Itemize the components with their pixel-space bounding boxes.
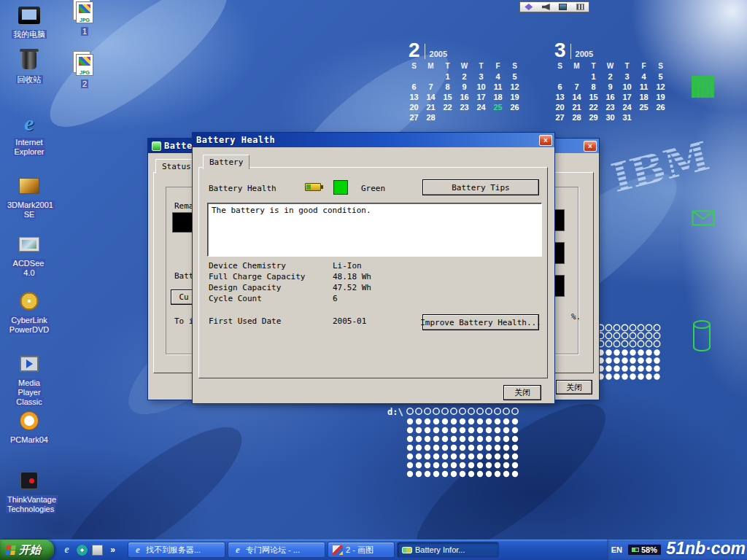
improve-battery-health-button[interactable]: Improve Battery Health... [422, 314, 539, 330]
internet-explorer-icon: e [6, 111, 53, 136]
taskbar: 开始 e» e找不到服务器...e专门网论坛 - ...2 - 画图Batter… [0, 540, 747, 560]
keyboard-icon[interactable] [576, 4, 584, 10]
battery-percent: 58% [641, 545, 657, 554]
desktop-icon-jpg-2[interactable]: JPG2 [61, 52, 108, 89]
pcmark04-icon [6, 408, 53, 433]
quick-launch: e» [54, 545, 125, 556]
task-buttons: e找不到服务器...e专门网论坛 - ...2 - 画图Battery Info… [125, 542, 607, 558]
start-button[interactable]: 开始 [0, 540, 54, 560]
ie-icon[interactable]: e [61, 545, 72, 556]
tab-status[interactable]: Status [155, 159, 198, 174]
desktop-icon-my-computer[interactable]: 我的电脑 [6, 3, 53, 39]
language-indicator[interactable]: EN [611, 545, 622, 554]
ie-icon: e [133, 545, 143, 555]
to-label: To i [174, 316, 194, 326]
display-icon[interactable] [559, 4, 567, 10]
desktop: 22005SMTWTFS1234567891011121314151617181… [0, 0, 747, 560]
battery-icon [305, 183, 321, 191]
battery-health-tab-page: Battery Health Green Battery Tips The ba… [198, 167, 548, 378]
battery-info-window-icon [152, 141, 161, 151]
desktop-icon-3dmark2001-se[interactable]: 3DMark2001 SE [6, 174, 53, 219]
desktop-icon-label: 我的电脑 [6, 30, 53, 39]
field-label: First Used Date [209, 316, 333, 326]
task-button-2[interactable]: e专门网论坛 - ... [228, 542, 325, 558]
battery-health-label: Battery Health [209, 184, 276, 193]
field-value: 48.18 Wh [333, 272, 371, 281]
desktop-icon-label: Internet Explorer [6, 138, 53, 157]
battery-field-row: Design Capacity47.52 Wh [209, 283, 371, 294]
first-used-row: First Used Date2005-01 [209, 316, 366, 327]
input-language-icon[interactable] [525, 4, 533, 10]
task-button-3[interactable]: 2 - 画图 [328, 542, 395, 558]
close-icon[interactable]: × [584, 141, 597, 152]
close-button[interactable]: 关闭 [503, 385, 541, 400]
condition-text: The battery is in good condition. [212, 206, 371, 215]
battery-field-row: Full Charge Capacity48.18 Wh [209, 272, 371, 283]
desktop-icon-media-player-classic[interactable]: Media Player Classic [6, 351, 53, 407]
chevron-expand-icon[interactable]: » [107, 545, 118, 556]
jpg-1-icon: JPG [61, 0, 108, 25]
desktop-icon-label: Media Player Classic [6, 378, 53, 407]
task-button-4[interactable]: Battery Infor... [397, 542, 499, 558]
jpg-2-icon: JPG [61, 52, 108, 77]
show-desktop-icon[interactable] [92, 545, 103, 556]
desktop-icon-label: 回收站 [6, 75, 53, 85]
condition-textbox[interactable]: The battery is in good condition. [207, 203, 542, 257]
desktop-icon-pcmark04[interactable]: PCMark04 [6, 408, 53, 445]
battery-health-titlebar[interactable]: Battery Health × [193, 133, 554, 147]
desktop-icon-cyberlink-powerdvd[interactable]: CyberLink PowerDVD [6, 289, 53, 335]
media-player-classic-icon [6, 351, 53, 376]
thinkvantage-icon [6, 468, 53, 493]
cyberlink-powerdvd-icon [6, 289, 53, 314]
desktop-icon-label: PCMark04 [6, 435, 53, 445]
battery-fields: Device ChemistryLi-IonFull Charge Capaci… [209, 261, 371, 305]
field-value: 6 [333, 294, 338, 303]
desktop-icon-label: 2 [61, 79, 108, 89]
desktop-icon-label: 3DMark2001 SE [6, 201, 53, 219]
acdsee-icon [6, 232, 53, 257]
media-player-icon[interactable] [77, 545, 88, 556]
tab-battery[interactable]: Battery [203, 155, 249, 169]
3dmark2001-se-icon [6, 174, 53, 198]
percent-label: %. [571, 312, 581, 322]
desktop-icon-recycle-bin[interactable]: 回收站 [6, 48, 53, 85]
start-label: 开始 [19, 543, 41, 557]
battery-field-row: Device ChemistryLi-Ion [209, 261, 371, 272]
battery-tips-button[interactable]: Battery Tips [422, 179, 539, 195]
close-button[interactable]: 关闭 [556, 380, 592, 394]
task-button-label: 2 - 画图 [346, 545, 374, 556]
battery-health-dialog: Battery Health × Battery Battery Health … [193, 133, 554, 403]
ie-icon: e [233, 545, 243, 555]
field-label: Design Capacity [209, 283, 333, 292]
desktop-icon-acdsee[interactable]: ACDSee 4.0 [6, 232, 53, 278]
field-label: Full Charge Capacity [209, 272, 333, 281]
battery-indicator[interactable]: 58% [627, 544, 662, 556]
task-button-label: 找不到服务器... [146, 545, 201, 556]
desktop-icon-label: ThinkVantage Technologies [6, 495, 53, 514]
close-icon[interactable]: × [539, 135, 552, 146]
paint-icon [333, 545, 343, 555]
task-button-label: Battery Infor... [415, 545, 465, 554]
volume-icon[interactable] [542, 4, 550, 10]
desktop-icon-jpg-1[interactable]: JPG1 [61, 0, 108, 36]
battery-info-title: Batte [164, 141, 193, 151]
battery-field-row: Cycle Count6 [209, 294, 371, 305]
battery-tray-icon [632, 548, 639, 552]
desktop-icon-label: 1 [61, 27, 108, 36]
desktop-icon-label: ACDSee 4.0 [6, 259, 53, 278]
desktop-icon-thinkvantage[interactable]: ThinkVantage Technologies [6, 468, 53, 514]
battery-gauge [172, 212, 193, 233]
battery-health-title: Battery Health [196, 135, 275, 145]
field-label: Device Chemistry [209, 261, 333, 271]
battery-icon [402, 547, 412, 553]
floating-toolbar [519, 1, 589, 12]
desktop-icon-label: CyberLink PowerDVD [6, 316, 53, 335]
health-status-indicator [333, 180, 348, 195]
task-button-1[interactable]: e找不到服务器... [128, 542, 225, 558]
health-status-text: Green [361, 184, 385, 193]
field-label: Cycle Count [209, 294, 333, 303]
field-value: 2005-01 [333, 316, 366, 326]
system-tray: EN 58% [607, 540, 747, 560]
desktop-icon-internet-explorer[interactable]: eInternet Explorer [6, 111, 53, 157]
my-computer-icon [6, 3, 53, 28]
